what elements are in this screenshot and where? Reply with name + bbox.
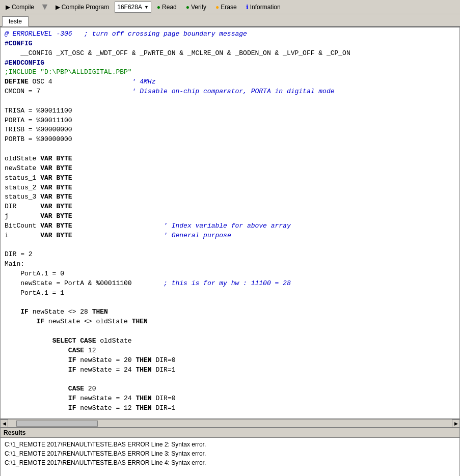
chip-selector[interactable]: 16F628A ▼ [115,2,151,13]
scroll-track[interactable] [16,421,444,427]
information-icon: ℹ [246,4,249,11]
code-editor[interactable]: @ ERRORLEVEL -306 ; turn off crossing pa… [0,27,460,419]
tab-teste[interactable]: teste [2,16,29,26]
compile-program-button[interactable]: ▶ Compile Program [52,2,113,13]
results-title: Results [4,429,25,436]
results-header: Results [0,427,460,438]
compile-program-label: Compile Program [62,4,109,11]
erase-label: Erase [221,4,236,11]
information-button[interactable]: ℹ Information [242,2,284,13]
compile-button[interactable]: ▶ Compile [2,2,38,13]
chip-dropdown-arrow[interactable]: ▼ [144,5,149,10]
information-label: Information [250,4,281,11]
results-content: C:\1_REMOTE 2017\RENAULT\TESTE.BAS ERROR… [0,438,460,476]
erase-icon: ● [215,4,219,11]
toolbar: ▶ Compile ▼ ▶ Compile Program 16F628A ▼ … [0,0,460,14]
result-line-2: C:\1_REMOTE 2017\RENAULT\TESTE.BAS ERROR… [5,449,455,458]
horizontal-scrollbar[interactable]: ◀ ▶ [0,419,460,427]
compile-icon: ▶ [6,4,10,11]
tab-teste-label: teste [9,18,22,25]
read-button[interactable]: ● Read [153,2,180,13]
code-content: @ ERRORLEVEL -306 ; turn off crossing pa… [1,27,459,415]
result-line-1: C:\1_REMOTE 2017\RENAULT\TESTE.BAS ERROR… [5,440,455,449]
verify-label: Verify [191,4,206,11]
verify-icon: ● [186,4,190,11]
scroll-right-arrow[interactable]: ▶ [452,419,460,428]
compile-program-icon: ▶ [56,4,60,11]
tab-bar: teste [0,14,460,27]
verify-button[interactable]: ● Verify [182,2,210,13]
read-icon: ● [157,4,160,11]
scroll-left-arrow[interactable]: ◀ [0,419,8,428]
read-label: Read [162,4,177,11]
result-line-3: C:\1_REMOTE 2017\RENAULT\TESTE.BAS ERROR… [5,458,455,467]
scroll-thumb[interactable] [16,421,98,427]
chip-value: 16F628A [117,4,142,11]
compile-label: Compile [12,4,34,11]
erase-button[interactable]: ● Erase [212,2,240,13]
